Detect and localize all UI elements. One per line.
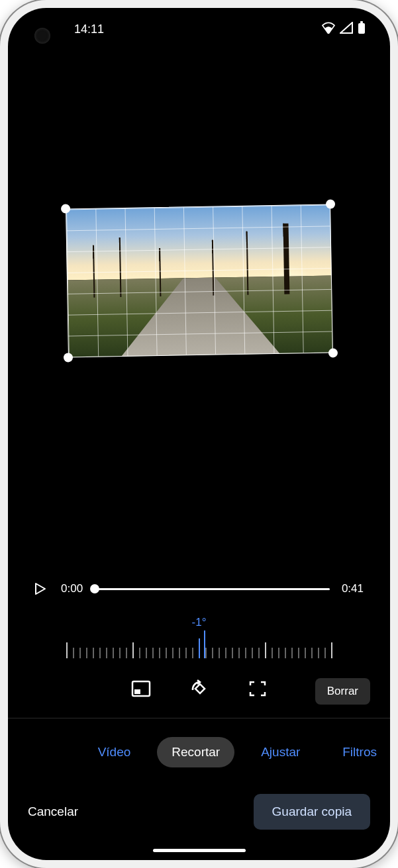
rotation-value: -1° [8,616,390,629]
tab-crop[interactable]: Recortar [157,737,234,767]
expand-crop-button[interactable] [247,678,268,699]
aspect-ratio-button[interactable] [130,678,152,699]
home-indicator[interactable] [153,849,246,852]
tab-adjust[interactable]: Ajustar [261,745,300,760]
playback-current-time: 0:00 [61,582,83,595]
wifi-icon [321,22,336,37]
crop-handle-top-right[interactable] [325,199,334,208]
svg-rect-0 [358,23,365,34]
cancel-button[interactable]: Cancelar [28,804,78,819]
playback-scrubber[interactable] [95,588,330,590]
status-bar: 14:11 [8,8,390,40]
save-copy-button[interactable]: Guardar copia [254,794,370,830]
status-icons [321,21,366,38]
screen: 14:11 [8,8,390,860]
svg-rect-1 [360,21,363,23]
playback-controls: 0:00 0:41 [8,582,390,596]
crop-tools-row: Borrar [8,678,390,718]
crop-handle-bottom-left[interactable] [63,353,72,362]
clear-button-label: Borrar [327,685,358,697]
svg-rect-4 [195,684,204,693]
front-camera-hole [34,28,50,44]
crop-frame[interactable] [66,204,333,358]
crop-preview-area [8,40,390,582]
playback-total-time: 0:41 [342,582,364,595]
scrubber-thumb[interactable] [90,584,99,593]
battery-icon [357,21,366,38]
play-button[interactable] [34,582,49,596]
crop-grid [66,204,333,358]
tab-video[interactable]: Vídeo [98,745,131,760]
signal-icon [340,22,353,37]
editor-tabs: Vídeo Recortar Ajustar Filtros [8,737,390,794]
rotation-center-tick [199,638,200,658]
svg-rect-3 [134,689,140,694]
device-frame: 14:11 [0,0,398,868]
rotation-marker [204,630,205,658]
rotation-slider[interactable] [41,634,357,658]
section-divider [8,718,390,718]
clear-button[interactable]: Borrar [315,678,370,705]
crop-handle-top-left[interactable] [60,204,70,213]
status-time: 14:11 [74,22,104,36]
tab-filters[interactable]: Filtros [342,745,377,760]
crop-handle-bottom-right[interactable] [328,348,337,357]
rotate-button[interactable] [189,678,210,699]
